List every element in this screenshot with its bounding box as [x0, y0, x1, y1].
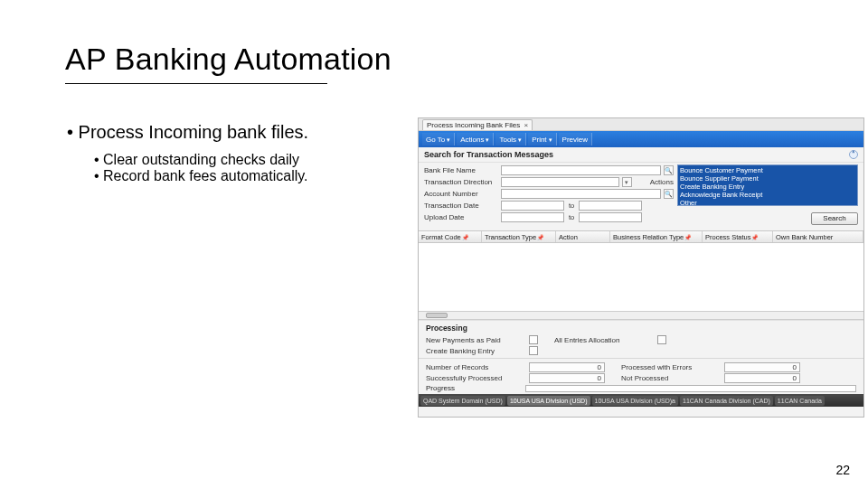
- col-action[interactable]: Action: [556, 231, 610, 242]
- account-number-label: Account Number: [424, 190, 498, 198]
- processing-section: Processing New Payments as Paid Create B…: [419, 320, 863, 358]
- upload-date-from-input[interactable]: [501, 212, 564, 222]
- all-entries-allocation-checkbox[interactable]: [657, 335, 666, 344]
- collapse-icon[interactable]: ˄: [849, 150, 858, 159]
- window-tab-label: Process Incoming Bank Files: [427, 121, 520, 129]
- successfully-processed-label: Successfully Processed: [426, 374, 525, 382]
- upload-date-to-input[interactable]: [579, 212, 642, 222]
- account-number-input[interactable]: [501, 189, 661, 199]
- status-tab[interactable]: 11CAN Canada: [775, 396, 825, 406]
- page-number: 22: [835, 463, 850, 477]
- bullet-1-2: Record bank fees automatically.: [94, 168, 308, 184]
- number-of-records-value: 0: [529, 362, 605, 372]
- col-process-status[interactable]: Process Status📌: [703, 231, 773, 242]
- lookup-icon[interactable]: 🔍: [664, 189, 674, 199]
- list-item[interactable]: Create Banking Entry: [680, 183, 855, 191]
- list-item[interactable]: Bounce Customer Payment: [680, 166, 855, 174]
- status-tab[interactable]: 10USA USA Division (USD): [507, 396, 590, 406]
- bullet-list: Process Incoming bank files. Clear outst…: [67, 122, 308, 185]
- bullet-1: Process Incoming bank files.: [67, 122, 308, 143]
- transaction-direction-label: Transaction Direction: [424, 178, 498, 186]
- successfully-processed-value: 0: [529, 373, 605, 383]
- processing-header: Processing: [426, 324, 856, 333]
- progress-bar: [525, 385, 856, 392]
- list-item[interactable]: Bounce Supplier Payment: [680, 174, 855, 183]
- close-icon[interactable]: ×: [524, 121, 528, 129]
- lookup-icon[interactable]: 🔍: [664, 165, 674, 175]
- toolbar: Go To▾ Actions▾ Tools▾ Print▾ Preview: [419, 131, 863, 147]
- pin-icon: 📌: [684, 234, 691, 240]
- create-banking-entry-label: Create Banking Entry: [426, 347, 525, 355]
- col-business-relation-type[interactable]: Business Relation Type📌: [610, 231, 703, 242]
- chevron-down-icon: ▾: [447, 134, 450, 145]
- processed-with-errors-value: 0: [724, 362, 800, 372]
- grid-header: Format Code📌 Transaction Type📌 Action Bu…: [419, 230, 863, 243]
- progress-label: Progress: [426, 384, 525, 392]
- tools-button[interactable]: Tools▾: [495, 133, 526, 145]
- title-underline: [65, 83, 327, 84]
- preview-button[interactable]: Preview: [559, 133, 592, 145]
- list-item[interactable]: Acknowledge Bank Receipt: [680, 191, 855, 199]
- transaction-direction-input[interactable]: [501, 177, 619, 187]
- col-format-code[interactable]: Format Code📌: [419, 231, 482, 242]
- progress-row: Progress: [419, 385, 863, 394]
- col-own-bank-number[interactable]: Own Bank Number: [773, 231, 863, 242]
- pin-icon: 📌: [537, 234, 543, 240]
- bullet-1-1: Clear outstanding checks daily: [94, 152, 308, 168]
- not-processed-label: Not Processed: [621, 374, 721, 382]
- status-tab[interactable]: QAD System Domain (USD): [420, 396, 505, 406]
- to-label: to: [567, 213, 576, 221]
- goto-button[interactable]: Go To▾: [422, 133, 455, 145]
- dropdown-icon[interactable]: ▾: [622, 177, 632, 187]
- transaction-date-from-input[interactable]: [501, 201, 564, 211]
- chevron-down-icon: ▾: [549, 134, 552, 145]
- not-processed-value: 0: [724, 373, 800, 383]
- status-tab[interactable]: 10USA USA Division (USD)a: [592, 396, 678, 406]
- number-of-records-label: Number of Records: [426, 363, 525, 371]
- status-bar: QAD System Domain (USD) 10USA USA Divisi…: [419, 394, 863, 407]
- create-banking-entry-checkbox[interactable]: [529, 346, 538, 355]
- pin-icon: 📌: [462, 234, 468, 240]
- window-tab[interactable]: Process Incoming Bank Files ×: [422, 119, 533, 130]
- pin-icon: 📌: [751, 234, 758, 240]
- transaction-date-label: Transaction Date: [424, 202, 498, 210]
- scrollbar-thumb[interactable]: [426, 313, 448, 318]
- search-button[interactable]: Search: [811, 212, 858, 225]
- new-payments-checkbox[interactable]: [529, 335, 538, 344]
- to-label: to: [567, 202, 576, 210]
- chevron-down-icon: ▾: [518, 134, 522, 145]
- grid-body[interactable]: [419, 243, 863, 312]
- col-transaction-type[interactable]: Transaction Type📌: [482, 231, 556, 242]
- actions-listbox[interactable]: Bounce Customer Payment Bounce Supplier …: [677, 164, 858, 206]
- upload-date-label: Upload Date: [424, 213, 498, 221]
- search-header: Search for Transaction Messages ˄: [419, 147, 863, 163]
- list-item[interactable]: Other: [680, 199, 855, 207]
- window-tabbar: Process Incoming Bank Files ×: [419, 118, 863, 131]
- slide-title: AP Banking Automation: [65, 42, 392, 77]
- processed-with-errors-label: Processed with Errors: [621, 363, 721, 371]
- chevron-down-icon: ▾: [486, 134, 489, 145]
- transaction-date-to-input[interactable]: [579, 201, 642, 211]
- app-window: Process Incoming Bank Files × Go To▾ Act…: [418, 117, 864, 418]
- bank-file-name-input[interactable]: [501, 165, 661, 175]
- actions-button[interactable]: Actions▾: [457, 133, 494, 145]
- grid-scrollbar[interactable]: [419, 312, 863, 320]
- new-payments-label: New Payments as Paid: [426, 336, 525, 344]
- all-entries-allocation-label: All Entries Allocation: [554, 336, 654, 344]
- search-header-label: Search for Transaction Messages: [424, 150, 553, 159]
- print-button[interactable]: Print▾: [528, 133, 556, 145]
- results-section: Number of Records0 Successfully Processe…: [419, 358, 863, 385]
- bank-file-name-label: Bank File Name: [424, 166, 498, 174]
- actions-label: Actions: [650, 178, 674, 186]
- status-tab[interactable]: 11CAN Canada Division (CAD): [680, 396, 773, 406]
- search-form: Bank File Name 🔍 Transaction Direction ▾…: [419, 163, 863, 229]
